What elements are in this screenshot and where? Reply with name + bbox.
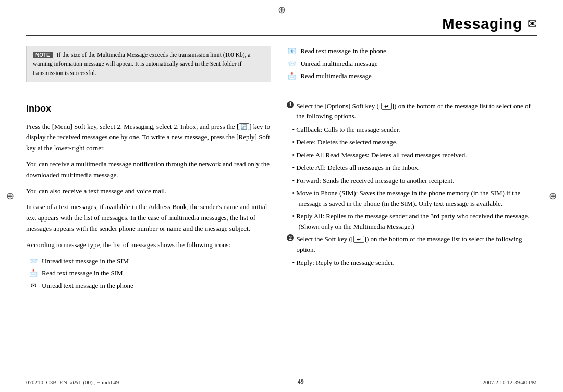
page-footer: 070210_C3B_EN_at&t_(00) , ¬.indd 49 49 2…	[26, 375, 537, 386]
footer-left: 070210_C3B_EN_at&t_(00) , ¬.indd 49	[26, 379, 119, 385]
numbered-item-1: 1 Select the [Options] Soft key ([ ↵ ]) …	[287, 101, 532, 121]
compass-left-icon: ⊕	[6, 190, 14, 202]
right-column: 1 Select the [Options] Soft key ([ ↵ ]) …	[287, 101, 532, 296]
read-text-phone-label: Read text message in the phone	[300, 46, 386, 57]
icon-list: 📨 Unread text message in the SIM 📩 Read …	[28, 256, 271, 291]
note-label: NOTE	[33, 52, 53, 58]
page: ⊕ ⊕ ⊕ Messaging ✉ NOTE If the size of th…	[0, 0, 563, 392]
unread-text-phone-icon: ✉	[28, 282, 39, 290]
circle-num-1: 1	[287, 101, 294, 108]
footer-right: 2007.2.10 12:39:40 PM	[482, 379, 537, 385]
compass-top-icon: ⊕	[278, 4, 286, 16]
bullet-list-2: Reply: Reply to the message sender.	[292, 258, 532, 268]
right-top-icons: 📧 Read text message in the phone 📨 Unrea…	[287, 46, 532, 93]
options-softkey-icon: ↵	[381, 103, 392, 110]
bullet-delete-all: Delete All: Deletes all messages in the …	[292, 163, 532, 173]
compass-right-icon: ⊕	[549, 190, 557, 202]
bullet-callback: Callback: Calls to the message sender.	[292, 125, 532, 135]
unread-text-sim-label: Unread text message in the SIM	[42, 256, 129, 267]
page-number: 49	[298, 378, 304, 386]
unread-text-sim-icon: 📨	[28, 257, 39, 265]
read-text-sim-icon: 📩	[28, 270, 39, 277]
bullet-list-1: Callback: Calls to the message sender. D…	[292, 125, 532, 232]
read-text-phone-icon: 📧	[287, 47, 297, 55]
bullet-move-to-phone: Move to Phone (SIM): Saves the message i…	[292, 188, 532, 209]
numbered-item-1-text: Select the [Options] Soft key ([ ↵ ]) on…	[296, 101, 532, 121]
inbox-para-1: Press the [Menu] Soft key, select 2. Mes…	[26, 121, 271, 154]
note-box: NOTE If the size of the Multimedia Messa…	[26, 46, 271, 82]
bullet-reply-all: Reply All: Replies to the message sender…	[292, 211, 532, 231]
numbered-item-2: 2 Select the Soft key ([ ↵ ]) on the bot…	[287, 234, 532, 254]
left-column: Inbox Press the [Menu] Soft key, select …	[26, 101, 271, 296]
icon-row: 📧 Read text message in the phone	[287, 46, 532, 57]
softkey-icon: ↵	[353, 236, 364, 243]
unread-text-phone-label: Unread text message in the phone	[42, 280, 133, 291]
note-text: If the size of the Multimedia Message ex…	[33, 52, 250, 76]
inbox-para-4: In case of a text messages, if available…	[26, 202, 271, 234]
icon-row: 📨 Unread multimedia message	[287, 58, 532, 69]
bullet-reply: Reply: Reply to the message sender.	[292, 258, 532, 268]
unread-mms-icon: 📨	[287, 60, 297, 68]
read-text-sim-label: Read text message in the SIM	[42, 268, 123, 279]
bullet-forward: Forward: Sends the received message to a…	[292, 176, 532, 186]
inbox-para-3: You can also receive a text message and …	[26, 186, 271, 197]
unread-mms-label: Unread multimedia message	[300, 58, 377, 69]
page-title: Messaging	[442, 16, 522, 32]
icon-row-unread-phone: ✉ Unread text message in the phone	[28, 280, 271, 291]
page-header: Messaging ✉	[26, 16, 537, 36]
icon-row-unread-sim: 📨 Unread text message in the SIM	[28, 256, 271, 267]
read-mms-label: Read multimedia message	[300, 71, 371, 82]
read-mms-icon: 📩	[287, 72, 297, 80]
icon-row: 📩 Read multimedia message	[287, 71, 532, 82]
inbox-para-5: According to message type, the list of m…	[26, 240, 271, 251]
messaging-icon: ✉	[528, 17, 537, 31]
circle-num-2: 2	[287, 234, 294, 241]
main-content: Inbox Press the [Menu] Soft key, select …	[26, 101, 537, 296]
inbox-para-2: You can receive a multimedia message not…	[26, 159, 271, 181]
numbered-item-2-text: Select the Soft key ([ ↵ ]) on the botto…	[296, 234, 532, 254]
icon-row-read-sim: 📩 Read text message in the SIM	[28, 268, 271, 279]
inbox-title: Inbox	[26, 101, 271, 116]
bullet-delete: Delete: Deletes the selected message.	[292, 137, 532, 148]
bullet-delete-all-read: Delete All Read Messages: Deletes all re…	[292, 150, 532, 161]
